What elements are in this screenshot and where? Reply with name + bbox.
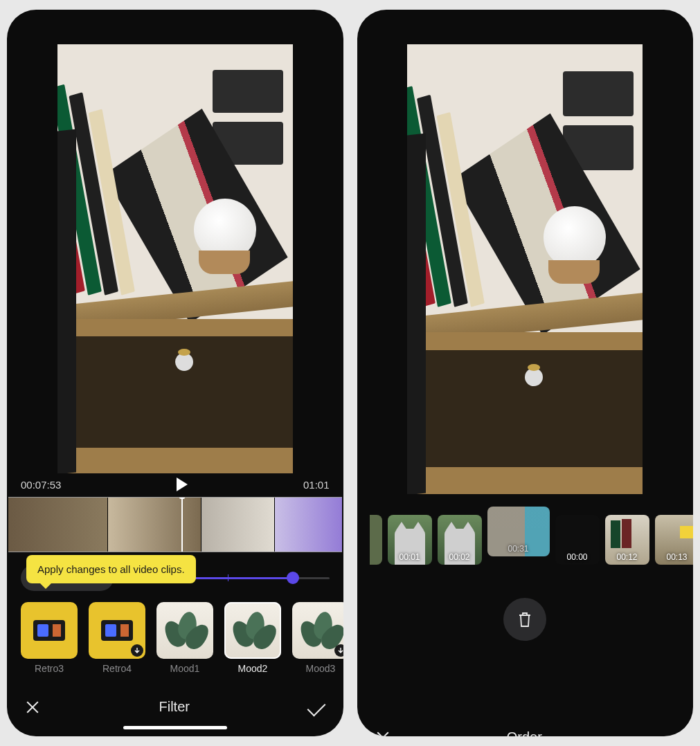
playback-controls: 00:07:53 01:01 bbox=[7, 473, 343, 493]
confirm-button[interactable] bbox=[307, 698, 326, 716]
filter-mood2[interactable]: Mood2 bbox=[224, 602, 281, 674]
filter-mood1[interactable]: Mood1 bbox=[156, 602, 213, 674]
clip-item-dragging[interactable]: 00:31 bbox=[487, 507, 550, 556]
slider-thumb[interactable] bbox=[287, 572, 299, 584]
clip-item[interactable]: 00:02 bbox=[438, 515, 482, 565]
video-preview[interactable] bbox=[57, 44, 293, 473]
download-icon bbox=[131, 644, 143, 657]
panel-actions: Order bbox=[357, 717, 694, 736]
home-indicator[interactable] bbox=[123, 726, 227, 729]
clip-item[interactable]: 00:13 bbox=[655, 515, 694, 565]
download-icon bbox=[334, 644, 343, 657]
filter-list[interactable]: Retro3 Retro4 Mood1 Mood2 Mood3 bbox=[7, 595, 343, 678]
apply-all-tooltip: Apply changes to all video clips. bbox=[26, 555, 196, 583]
timeline[interactable] bbox=[8, 497, 342, 552]
clip-item[interactable]: 00:01 bbox=[388, 515, 432, 565]
panel-title: Filter bbox=[159, 699, 190, 715]
clip-order-list[interactable]: 00:01 00:02 00:31 00:00 00:12 00:13 bbox=[357, 494, 694, 565]
trash-icon bbox=[517, 610, 533, 628]
video-preview[interactable] bbox=[407, 44, 643, 494]
cancel-button[interactable] bbox=[25, 700, 40, 715]
filter-retro3[interactable]: Retro3 bbox=[21, 602, 78, 674]
clip-item[interactable]: 00:12 bbox=[605, 515, 649, 565]
panel-actions: Filter bbox=[7, 686, 343, 723]
current-time: 00:07:53 bbox=[21, 479, 61, 491]
play-button[interactable] bbox=[177, 477, 188, 491]
clip-item[interactable]: 00:00 bbox=[555, 515, 600, 565]
delete-clip-button[interactable] bbox=[503, 598, 546, 641]
filter-mood3[interactable]: Mood3 bbox=[292, 602, 343, 674]
order-screen: 00:01 00:02 00:31 00:00 00:12 00:13 Or bbox=[357, 10, 694, 736]
cancel-button[interactable] bbox=[375, 730, 391, 737]
filter-retro4[interactable]: Retro4 bbox=[89, 602, 145, 674]
total-time: 01:01 bbox=[303, 479, 330, 491]
filter-screen: 00:07:53 01:01 Apply changes to all vide… bbox=[7, 10, 343, 736]
video-preview-area bbox=[357, 10, 694, 494]
clip-partial[interactable] bbox=[370, 515, 382, 565]
panel-title: Order bbox=[507, 729, 542, 736]
video-preview-area bbox=[7, 10, 343, 473]
playhead[interactable] bbox=[181, 497, 183, 552]
confirm-button[interactable] bbox=[658, 728, 676, 736]
